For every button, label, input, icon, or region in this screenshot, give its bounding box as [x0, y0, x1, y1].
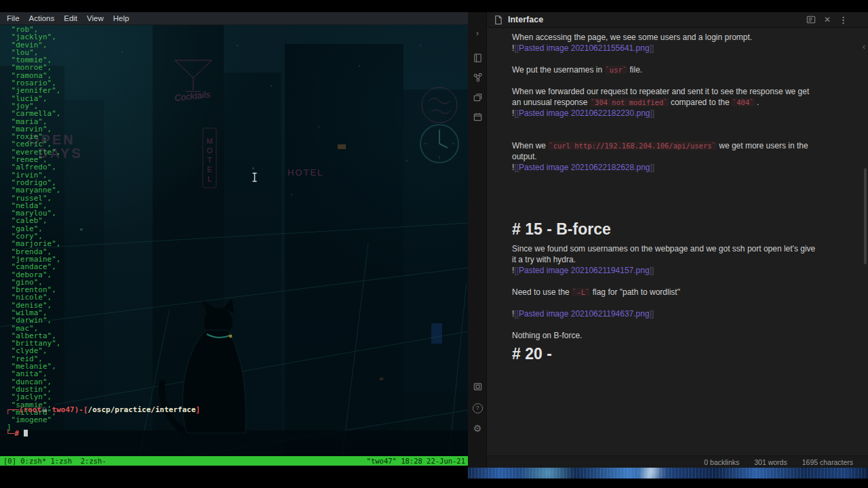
note-paragraph: Need to use the `-L` flag for "path to w…	[512, 287, 818, 298]
text-run: file.	[627, 65, 642, 75]
note-header: Interface ✕ ⋮	[487, 12, 868, 28]
text-run: compared to the	[669, 98, 732, 107]
terminal-screen[interactable]: Cocktails OPEN DAYS MOTEL HOTEL	[0, 25, 468, 456]
terminal-output-line: "nicole",	[7, 293, 60, 301]
terminal-prompt: ┌──(root☠ two47)-[/oscp/practice/interfa…	[5, 390, 200, 453]
text-run: When we	[512, 141, 548, 150]
prompt-host: two47	[47, 405, 75, 414]
text-run: .	[755, 98, 760, 107]
menu-edit[interactable]: Edit	[64, 14, 77, 22]
tmux-status-bar: [0] 0:zsh* 1:zsh 2:zsh- "two47" 18:28 22…	[0, 456, 468, 466]
image-embed: ![[Pasted image 20210621194157.png]]	[512, 265, 818, 276]
blank-line	[512, 129, 848, 140]
inline-code: `304 not modified`	[590, 98, 669, 106]
note-paragraph: When we forwarded our request to repeate…	[512, 86, 818, 108]
embed-link[interactable]: Pasted image 20210621194637.png	[519, 309, 650, 319]
image-embed: ![[Pasted image 20210621194637.png]]	[512, 308, 818, 319]
help-icon[interactable]: ?	[472, 403, 483, 413]
tmux-windows: [0] 0:zsh* 1:zsh 2:zsh-	[3, 456, 106, 466]
note-paragraph: Since we found som usernames on the webp…	[512, 243, 818, 265]
menu-actions[interactable]: Actions	[29, 14, 55, 22]
embed-open-bracket: [[	[514, 43, 519, 53]
collapse-right-sidebar-icon[interactable]: ‹	[863, 42, 865, 52]
terminal-menubar: FileActionsEditViewHelp	[0, 12, 468, 25]
reading-mode-icon[interactable]	[806, 15, 816, 24]
text-run: Need to use the	[512, 287, 572, 297]
graph-view-icon[interactable]	[472, 72, 483, 83]
stacked-cards-icon[interactable]	[472, 92, 483, 102]
text-run: When accessing the page, we see some use…	[512, 33, 752, 42]
terminal-output-line: "anita",	[7, 370, 60, 378]
prompt-corner: ┌──(	[5, 405, 24, 414]
text-run: Nothing on B-force.	[512, 331, 582, 340]
embed-link[interactable]: Pasted image 20210621194157.png	[519, 266, 650, 275]
blank-line	[512, 119, 848, 129]
expand-sidebar-chevron-icon[interactable]: ›	[472, 27, 483, 38]
blank-line	[512, 184, 848, 195]
status-bar: 0 backlinks 301 words 1695 characters	[487, 455, 868, 468]
text-run: flag for "path to wordlist"	[590, 287, 680, 297]
document-icon	[494, 15, 502, 25]
terminal-output-line: "jennifer",	[7, 87, 60, 94]
more-options-icon[interactable]: ⋮	[839, 15, 848, 25]
menu-view[interactable]: View	[87, 14, 104, 22]
inline-code: `usr`	[605, 66, 628, 74]
embed-link[interactable]: Pasted image 20210622182628.png	[519, 163, 650, 172]
prompt-hash: └─#	[5, 429, 24, 438]
text-run: Since we found som usernames on the webp…	[512, 244, 815, 264]
note-heading: # 20 -	[512, 342, 848, 365]
prompt-separator: )-[	[75, 405, 88, 414]
backlinks-count: 0 backlinks	[704, 458, 739, 466]
terminal-window: FileActionsEditViewHelp	[0, 12, 468, 466]
terminal-output-line: "jacklyn",	[7, 33, 60, 41]
ibeam-mouse-cursor	[251, 172, 258, 182]
text-run: We put the usernames in	[512, 65, 605, 75]
vault-switcher-icon[interactable]	[472, 381, 483, 392]
desktop-wallpaper-strip	[468, 468, 868, 479]
image-embed: ![[Pasted image 20210622182230.png]]	[512, 108, 818, 119]
terminal-cursor	[24, 430, 28, 436]
terminal-output-line: "marjorie",	[7, 240, 60, 247]
inline-code: `curl http://192.168.204.106/api/users`	[548, 142, 717, 150]
embed-open-bracket: [[	[514, 163, 519, 172]
note-paragraph: When accessing the page, we see some use…	[512, 32, 818, 43]
terminal-output: "rob", "jacklyn", "devin", "lou", "tommi…	[0, 26, 60, 432]
note-paragraph: When we `curl http://192.168.204.106/api…	[512, 140, 818, 162]
calendar-icon[interactable]	[472, 111, 483, 122]
prompt-line-2[interactable]: └─#	[5, 430, 200, 438]
embed-close-bracket: ]]	[650, 163, 655, 172]
note-heading: # 15 - B-force	[512, 218, 848, 241]
prompt-bracket-end: ]	[196, 405, 201, 414]
settings-gear-icon[interactable]: ⚙	[472, 423, 483, 434]
scrollbar-thumb[interactable]	[864, 168, 867, 264]
menu-help[interactable]: Help	[113, 14, 130, 22]
embed-close-bracket: ]]	[650, 309, 654, 319]
menu-file[interactable]: File	[7, 14, 20, 22]
notebook-icon[interactable]	[472, 52, 483, 63]
terminal-output-line: "alfredo",	[7, 163, 60, 171]
embed-close-bracket: ]]	[650, 266, 654, 275]
inline-code: `404`	[732, 98, 755, 106]
embed-link[interactable]: Pasted image 20210622182230.png	[519, 108, 650, 118]
blank-line	[512, 173, 848, 184]
blank-line	[512, 75, 848, 86]
image-embed: ![[Pasted image 20210622182628.png]]	[512, 162, 818, 173]
skull-icon: ☠	[41, 406, 47, 413]
terminal-output-line: "candace",	[7, 263, 60, 270]
note-content[interactable]: When accessing the page, we see some use…	[487, 28, 868, 455]
embed-open-bracket: [[	[514, 309, 519, 319]
blank-line	[512, 319, 848, 330]
word-count: 301 words	[754, 458, 787, 466]
prompt-user: root	[24, 405, 42, 414]
blank-line	[512, 205, 848, 216]
embed-open-bracket: [[	[514, 108, 519, 118]
tmux-session-clock: "two47" 18:28 22-Jun-21	[367, 456, 465, 466]
embed-link[interactable]: Pasted image 20210621155641.png	[519, 43, 650, 53]
character-count: 1695 characters	[802, 458, 853, 466]
prompt-path: /oscp/practice/interface	[88, 405, 196, 414]
terminal-output-line: "darwin",	[7, 317, 60, 324]
close-icon[interactable]: ✕	[824, 15, 831, 24]
blank-line	[512, 298, 848, 308]
note-title: Interface	[508, 15, 798, 24]
left-ribbon: › ? ⚙	[468, 12, 487, 468]
